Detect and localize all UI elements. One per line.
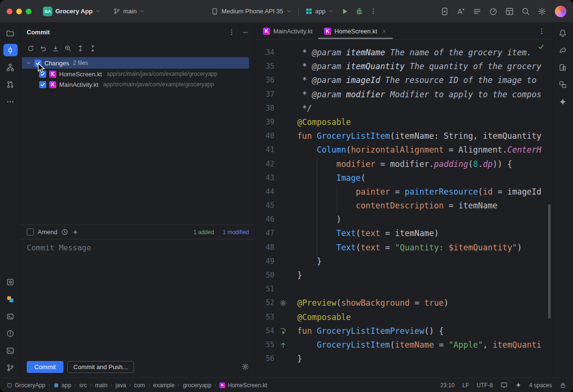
gemini-icon[interactable] bbox=[556, 95, 570, 108]
changed-file-row[interactable]: HomeScreen.ktapp/src/main/java/com/examp… bbox=[21, 69, 255, 79]
breadcrumb-item[interactable]: java bbox=[115, 382, 126, 389]
breadcrumb-item[interactable]: com bbox=[134, 382, 145, 389]
debug-button-icon[interactable] bbox=[355, 8, 363, 15]
code-text[interactable]: painter = painterResource(id = imageId bbox=[297, 185, 542, 199]
more-actions-icon[interactable] bbox=[370, 8, 377, 15]
resource-manager-icon[interactable] bbox=[556, 78, 570, 91]
user-avatar[interactable] bbox=[555, 6, 566, 17]
running-devices-icon[interactable] bbox=[440, 7, 449, 16]
run-button-icon[interactable] bbox=[341, 8, 349, 15]
preview-diff-icon[interactable] bbox=[62, 42, 73, 54]
expand-all-icon[interactable] bbox=[74, 42, 86, 54]
code-text[interactable]: GroceryListItem(itemName = "Apple", item… bbox=[297, 338, 542, 352]
breadcrumb-item[interactable]: GroceryApp bbox=[7, 382, 45, 389]
ai-sparkle-icon[interactable] bbox=[515, 382, 521, 388]
chevron-expanded-icon[interactable] bbox=[26, 60, 31, 66]
code-text[interactable]: Image( bbox=[297, 171, 365, 185]
code-text[interactable]: @Composable bbox=[297, 115, 351, 129]
logcat-icon[interactable] bbox=[3, 310, 18, 322]
gradle-icon[interactable] bbox=[556, 44, 570, 56]
ai-commit-message-icon[interactable] bbox=[72, 229, 79, 236]
code-text[interactable]: Column(horizontalAlignment = Alignment.C… bbox=[297, 143, 542, 157]
amend-checkbox[interactable] bbox=[27, 228, 34, 236]
project-widget[interactable]: GA Grocery App bbox=[40, 5, 104, 18]
build-list-icon[interactable] bbox=[473, 7, 481, 16]
version-control-icon[interactable] bbox=[3, 361, 18, 374]
changes-node[interactable]: Changes 2 files bbox=[22, 57, 249, 69]
code-text[interactable]: * @param itemQuantity The quantity of th… bbox=[297, 60, 542, 73]
changed-file-row[interactable]: MainActivity.ktapp/src/main/java/com/exa… bbox=[21, 79, 255, 90]
pull-requests-icon[interactable] bbox=[3, 78, 18, 91]
code-text[interactable]: contentDescription = itemName bbox=[297, 199, 498, 213]
code-text[interactable]: */ bbox=[297, 102, 312, 115]
code-text[interactable]: Text(text = "Quantity: $itemQuantity") bbox=[297, 241, 522, 255]
ai-actions-icon[interactable] bbox=[457, 7, 465, 16]
breadcrumb-item[interactable]: app bbox=[53, 382, 71, 389]
close-window-button[interactable] bbox=[7, 9, 12, 14]
commit-and-push-button[interactable]: Commit and Push... bbox=[67, 361, 134, 373]
code-text[interactable]: * @param imageId The resource ID of the … bbox=[297, 73, 537, 87]
commit-button[interactable]: Commit bbox=[27, 361, 63, 373]
chevron-down-icon[interactable] bbox=[328, 9, 333, 14]
code-text[interactable]: * @param itemName The name of the grocer… bbox=[297, 46, 531, 60]
breadcrumb-item[interactable]: groceryapp bbox=[183, 382, 211, 389]
run-configuration[interactable]: app bbox=[315, 8, 326, 15]
code-text[interactable]: } bbox=[297, 268, 302, 282]
inspections-ok-icon[interactable] bbox=[538, 43, 544, 50]
code-text[interactable]: * @param modifier Modifier to apply to t… bbox=[297, 88, 542, 102]
chevron-down-icon[interactable] bbox=[286, 9, 292, 14]
minimize-window-button[interactable] bbox=[16, 9, 22, 14]
code-text[interactable]: } bbox=[297, 352, 302, 366]
search-icon[interactable] bbox=[521, 7, 530, 16]
code-text[interactable]: @Preview(showBackground = true) bbox=[297, 296, 448, 310]
code-text[interactable]: fun GroceryListItem(itemName: String, it… bbox=[297, 129, 542, 143]
structure-icon[interactable] bbox=[3, 61, 18, 73]
changes-checkbox[interactable] bbox=[34, 60, 42, 67]
lock-icon[interactable] bbox=[560, 382, 566, 389]
code-text[interactable]: @Composable bbox=[297, 310, 351, 324]
close-tab-icon[interactable] bbox=[382, 29, 387, 34]
code-text[interactable]: } bbox=[297, 255, 322, 268]
file-checkbox[interactable] bbox=[39, 81, 46, 88]
deploy-preview-icon[interactable] bbox=[278, 338, 288, 352]
zoom-window-button[interactable] bbox=[26, 9, 31, 14]
commit-icon[interactable] bbox=[3, 44, 18, 56]
indent-setting[interactable]: 4 spaces bbox=[529, 382, 552, 389]
monitor-icon[interactable] bbox=[500, 382, 508, 389]
code-text[interactable]: ) bbox=[297, 213, 341, 227]
code-text[interactable]: Text(text = itemName) bbox=[297, 227, 439, 240]
refresh-icon[interactable] bbox=[25, 42, 36, 54]
collapse-all-icon[interactable] bbox=[87, 42, 98, 54]
code-text[interactable]: fun GroceryListItemPreview() { bbox=[297, 324, 444, 338]
file-checkbox[interactable] bbox=[39, 71, 46, 78]
caret-position[interactable]: 23:10 bbox=[440, 382, 455, 389]
editor-tab[interactable]: MainActivity.kt bbox=[257, 23, 318, 39]
breadcrumb-item[interactable]: main bbox=[95, 382, 107, 389]
encoding[interactable]: UTF-8 bbox=[477, 382, 493, 389]
terminal-icon[interactable] bbox=[3, 344, 18, 357]
layout-inspector-icon[interactable] bbox=[505, 7, 514, 16]
breadcrumb-item[interactable]: example bbox=[153, 382, 175, 389]
project-folder-icon[interactable] bbox=[3, 27, 18, 39]
breadcrumb-item[interactable]: HomeScreen.kt bbox=[219, 382, 267, 389]
device-selector[interactable]: Medium Phone API 35 bbox=[221, 8, 283, 15]
tab-options-icon[interactable] bbox=[538, 28, 545, 35]
problems-icon[interactable] bbox=[3, 327, 18, 340]
editor-tab[interactable]: HomeScreen.kt bbox=[318, 23, 393, 39]
breadcrumb-item[interactable]: src bbox=[79, 382, 87, 389]
notifications-icon[interactable] bbox=[556, 27, 570, 39]
app-inspection-icon[interactable] bbox=[3, 276, 18, 288]
rollback-icon[interactable] bbox=[37, 42, 49, 54]
history-icon[interactable] bbox=[61, 228, 68, 236]
hide-panel-icon[interactable] bbox=[242, 29, 249, 36]
branch-widget[interactable]: main bbox=[110, 6, 147, 16]
gutter-gear-icon[interactable] bbox=[278, 296, 288, 310]
commit-message-input[interactable]: Commit Message bbox=[21, 239, 255, 356]
run-preview-icon[interactable] bbox=[278, 324, 288, 338]
profiler-icon[interactable] bbox=[489, 7, 498, 16]
commit-settings-gear-icon[interactable] bbox=[241, 363, 249, 371]
panel-options-icon[interactable] bbox=[228, 29, 235, 36]
app-quality-insights-icon[interactable] bbox=[3, 293, 18, 305]
shelve-icon[interactable] bbox=[50, 42, 61, 54]
device-manager-icon[interactable] bbox=[556, 61, 570, 73]
